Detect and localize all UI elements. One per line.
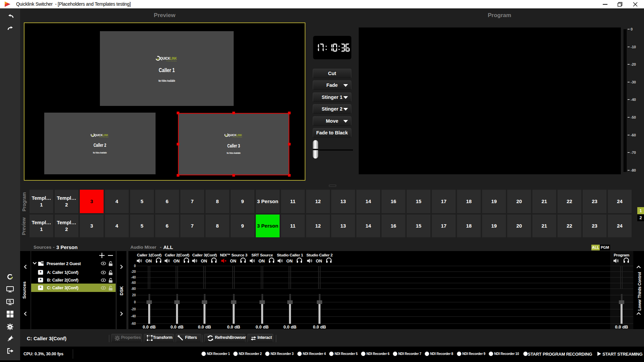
svg-text:The Video Calling Company: The Video Calling Company bbox=[99, 136, 108, 138]
svg-text:QUICK: QUICK bbox=[228, 133, 236, 137]
svg-text:LINK: LINK bbox=[236, 133, 242, 137]
svg-text:The Video Calling Company: The Video Calling Company bbox=[166, 60, 177, 62]
svg-text:QUICK: QUICK bbox=[160, 56, 170, 60]
svg-text:QUICK: QUICK bbox=[94, 133, 103, 137]
svg-text:The Video Calling Company: The Video Calling Company bbox=[232, 136, 242, 138]
svg-text:*: * bbox=[40, 285, 42, 290]
svg-text:*: * bbox=[40, 278, 42, 283]
svg-text:*: * bbox=[40, 270, 42, 275]
svg-text:LINK: LINK bbox=[170, 56, 177, 60]
svg-text:LINK: LINK bbox=[103, 133, 108, 137]
